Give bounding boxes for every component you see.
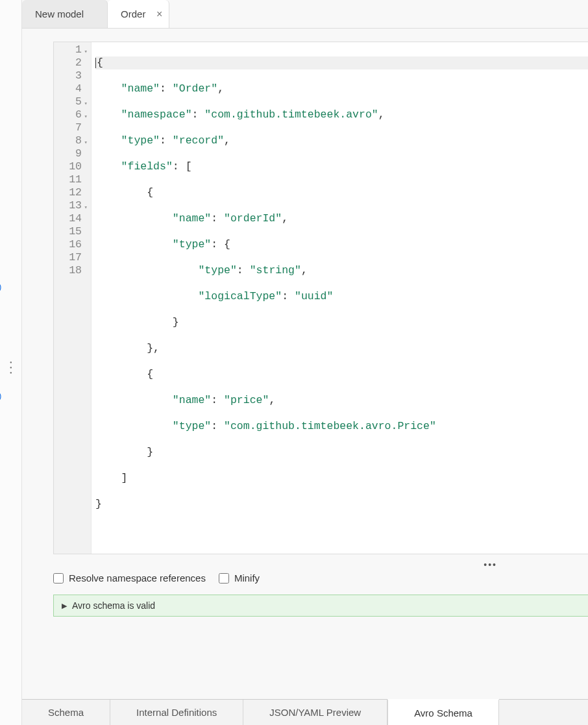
left-rail: ) ●●● ) [0,0,22,725]
options-row: Resolve namespace references Minify [53,572,588,584]
minify-checkbox[interactable]: Minify [219,572,260,584]
code-content[interactable]: { "name": "Order", "namespace": "com.git… [92,42,588,554]
tab-label: Order [121,8,145,19]
checkbox-input[interactable] [53,573,64,584]
checkbox-label: Minify [234,572,260,584]
tab-label: Avro Schema [414,707,472,719]
tab-avro-schema[interactable]: Avro Schema [387,699,499,725]
close-icon[interactable]: × [156,9,162,19]
checkbox-label: Resolve namespace references [69,572,206,584]
left-rail-glyph: ) [0,282,1,291]
top-tab-bar: New model Order × [22,0,588,29]
status-message: Avro schema is valid [72,600,155,611]
line-number-gutter: 1▾ 2 3 4 5▾ 6▾ 7 8▾ 9 10 11 12 13▾ 14 [54,42,92,554]
tab-label: New model [35,8,84,19]
validation-status[interactable]: ▶ Avro schema is valid [53,595,588,617]
resize-handle-icon[interactable]: ••• [22,559,588,570]
tab-new-model[interactable]: New model [22,0,108,28]
tab-order[interactable]: Order × [108,0,169,28]
tab-internal-definitions[interactable]: Internal Definitions [110,700,243,725]
tab-label: Internal Definitions [136,707,217,718]
tab-schema[interactable]: Schema [22,700,110,725]
tab-label: JSON/YAML Preview [269,707,361,718]
drag-handle-icon[interactable]: ●●● [10,360,12,375]
resolve-namespace-checkbox[interactable]: Resolve namespace references [53,572,206,584]
workspace: 1▾ 2 3 4 5▾ 6▾ 7 8▾ 9 10 11 12 13▾ 14 [22,29,588,699]
tab-label: Schema [48,707,84,718]
tab-json-yaml-preview[interactable]: JSON/YAML Preview [243,700,387,725]
checkbox-input[interactable] [219,573,229,584]
disclosure-triangle-icon[interactable]: ▶ [62,602,67,610]
code-editor[interactable]: 1▾ 2 3 4 5▾ 6▾ 7 8▾ 9 10 11 12 13▾ 14 [53,42,588,554]
left-rail-glyph: ) [0,391,1,400]
bottom-tab-bar: Schema Internal Definitions JSON/YAML Pr… [22,699,588,725]
